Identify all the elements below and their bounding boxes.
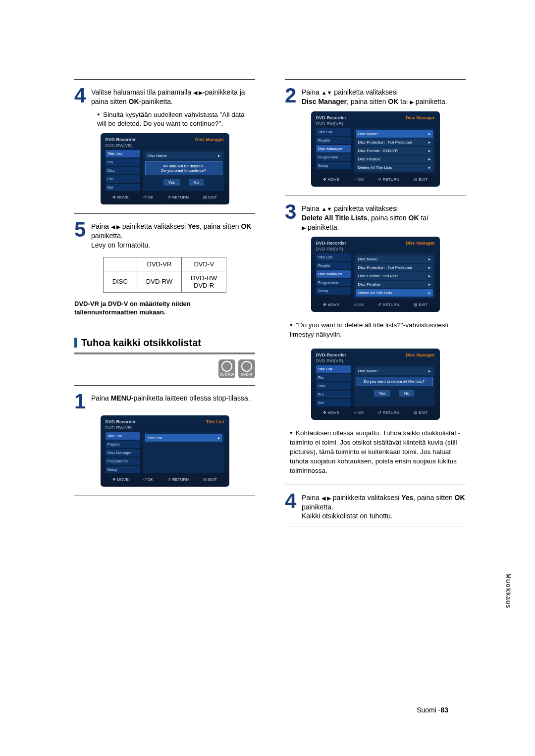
text: Valitse haluamasi tila painamalla bbox=[91, 88, 193, 96]
disc-format-table: DVD-VRDVD-V DISCDVD-RWDVD-RWDVD-R bbox=[103, 257, 226, 293]
bullet-text: Sinulta kysytään uudelleen vahvistusta "… bbox=[97, 110, 255, 128]
section-title: Tuhoa kaikki otsikkolistat bbox=[74, 337, 255, 349]
right-step-4: 4 Paina ◀ ▶ painikkeita valitaksesi Yes,… bbox=[285, 492, 466, 521]
protected-note: Kohtauksen ollessa suojattu: Tuhoa kaikk… bbox=[285, 429, 466, 475]
step-number: 1 bbox=[74, 393, 88, 410]
step-number: 5 bbox=[74, 221, 88, 239]
right-step-3: 3 Paina ▲▼ painiketta valitaksesi Delete… bbox=[285, 203, 466, 232]
left-step-1: 1 Paina MENU-painiketta laitteen ollessa… bbox=[74, 393, 255, 410]
left-column: 4 Valitse haluamasi tila painamalla ◀ ▶-… bbox=[74, 74, 255, 533]
ok-label: OK bbox=[129, 98, 139, 105]
format-note: DVD-VR ja DVD-V on määritelty niiden tal… bbox=[74, 300, 255, 317]
page-footer: Suomi -83 bbox=[417, 706, 448, 714]
return-hint: ↺ RETURN bbox=[167, 195, 189, 200]
move-hint: ✥ MOVE bbox=[112, 195, 129, 200]
osd-panel-confirm-delete: DVD-RecorderDisc Manager DVD-RW(VR) Titl… bbox=[101, 133, 229, 204]
left-step-5: 5 Paina ◀ ▶ painiketta valitaksesi Yes, … bbox=[74, 221, 255, 250]
confirm-msg-bullet: "Do you want to delete all title lists?"… bbox=[285, 321, 466, 340]
osd-panel-disc-manager: DVD-RecorderDisc Manager DVD-RW(VR) Titl… bbox=[311, 111, 440, 187]
step-number: 4 bbox=[74, 87, 88, 104]
ok-hint: ⏎ OK bbox=[143, 195, 154, 200]
left-step-4: 4 Valitse haluamasi tila painamalla ◀ ▶-… bbox=[74, 87, 255, 106]
osd-panel-delete-highlight: DVD-RecorderDisc Manager DVD-RW(VR) Titl… bbox=[311, 237, 440, 312]
disc-icon-row: DVD-RW DVD-R bbox=[74, 359, 255, 378]
osd-panel-delete-confirm: DVD-RecorderDisc Manager DVD-RW(VR) Titl… bbox=[311, 349, 440, 420]
no-button: No bbox=[399, 390, 414, 397]
yes-button: Yes bbox=[163, 179, 180, 186]
right-column: 2 Paina ▲▼ painiketta valitaksesi Disc M… bbox=[285, 74, 466, 533]
exit-hint: ▤ EXIT bbox=[203, 195, 217, 200]
dvd-r-icon: DVD-R bbox=[238, 359, 255, 378]
text: -painiketta. bbox=[139, 98, 173, 105]
no-button: No bbox=[189, 179, 204, 186]
dvd-rw-icon: DVD-RW bbox=[218, 359, 235, 378]
osd-panel-title-list: DVD-RecorderTitle List DVD-RW(VR) Title … bbox=[101, 415, 229, 487]
yes-button: Yes bbox=[374, 390, 390, 397]
right-step-2: 2 Paina ▲▼ painiketta valitaksesi Disc M… bbox=[285, 87, 466, 106]
section-tab: Muokkaus bbox=[505, 573, 512, 609]
